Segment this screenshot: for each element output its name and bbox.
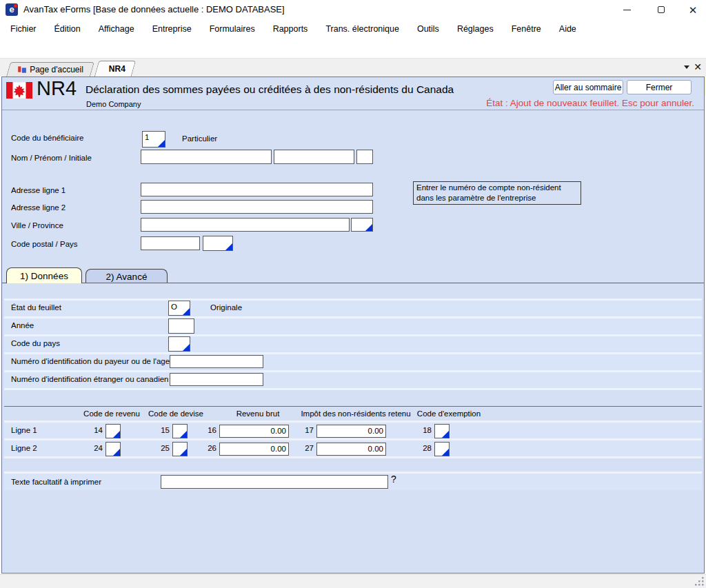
box24-field[interactable] bbox=[105, 442, 121, 456]
country-field[interactable] bbox=[203, 236, 233, 251]
tab-home-page[interactable]: Page d'accueil bbox=[6, 62, 94, 77]
toolbar: Entreprise active : Demo Company bbox=[0, 38, 706, 59]
box15-field[interactable] bbox=[172, 424, 188, 438]
tab-nr4[interactable]: NR4 bbox=[94, 61, 137, 77]
country-code-field[interactable] bbox=[168, 336, 190, 352]
box26-field[interactable]: 0.00 bbox=[219, 443, 289, 456]
form-status-message: État : Ajout de nouveaux feuillet. Esc p… bbox=[486, 98, 694, 108]
province-field[interactable] bbox=[351, 218, 373, 232]
menu-aide[interactable]: Aide bbox=[550, 21, 585, 37]
box18-field[interactable] bbox=[434, 424, 450, 438]
row-band bbox=[4, 316, 702, 334]
subtab-divider bbox=[2, 283, 704, 283]
close-icon: ✕ bbox=[689, 5, 698, 15]
tab-list-dropdown[interactable] bbox=[681, 61, 692, 72]
help-question-mark[interactable]: ? bbox=[391, 474, 396, 485]
recipient-code-field[interactable]: 1 bbox=[142, 131, 165, 148]
grid-header-tax-withheld: Impôt des non-résidents retenu bbox=[301, 409, 410, 418]
box25-field[interactable] bbox=[172, 442, 188, 456]
tab-close-button[interactable]: ✕ bbox=[692, 61, 703, 72]
subtab-avance[interactable]: 2) Avancé bbox=[85, 269, 168, 283]
country-code-label: Code du pays bbox=[11, 339, 60, 347]
box26-number: 26 bbox=[203, 444, 216, 452]
minimize-button[interactable] bbox=[613, 0, 641, 19]
row-gap bbox=[4, 456, 702, 458]
resize-grip[interactable] bbox=[695, 577, 705, 587]
form-icon bbox=[17, 65, 26, 74]
account-note-line1: Entrer le numéro de compte non-résident bbox=[416, 183, 578, 193]
box24-number: 24 bbox=[89, 444, 103, 452]
year-label: Année bbox=[11, 321, 34, 330]
box17-field[interactable]: 0.00 bbox=[316, 425, 386, 438]
maximize-icon bbox=[658, 6, 665, 13]
optional-text-field[interactable] bbox=[161, 475, 388, 489]
year-field[interactable] bbox=[168, 318, 194, 334]
address1-field[interactable] bbox=[141, 183, 373, 196]
grid-header-gross-income: Revenu brut bbox=[236, 409, 280, 418]
payer-id-field[interactable] bbox=[170, 355, 263, 368]
menu-outils[interactable]: Outils bbox=[408, 21, 448, 37]
box27-number: 27 bbox=[300, 444, 314, 452]
slip-status-field[interactable]: O bbox=[168, 301, 190, 316]
grid-header-exemption-code: Code d'exemption bbox=[417, 409, 481, 418]
box16-field[interactable]: 0.00 bbox=[219, 425, 289, 438]
surname-field[interactable] bbox=[141, 150, 272, 164]
maximize-button[interactable] bbox=[647, 0, 675, 19]
postal-code-field[interactable] bbox=[141, 236, 200, 250]
recipient-code-label: Code du bénéficiaire bbox=[11, 134, 84, 142]
close-button[interactable]: ✕ bbox=[679, 0, 706, 19]
menu-trans-electronique[interactable]: Trans. électronique bbox=[316, 21, 408, 37]
row-band bbox=[4, 334, 702, 352]
menu-rapports[interactable]: Rapports bbox=[264, 21, 317, 37]
address1-label: Adresse ligne 1 bbox=[11, 186, 65, 194]
close-form-button[interactable]: Fermer bbox=[627, 80, 692, 94]
address2-field[interactable] bbox=[141, 200, 373, 214]
row-gap bbox=[4, 388, 702, 390]
header-divider bbox=[2, 110, 704, 110]
line1-label: Ligne 1 bbox=[11, 426, 37, 434]
chevron-down-icon bbox=[684, 65, 689, 69]
slip-status-description: Originale bbox=[210, 303, 242, 312]
recipient-type-label: Particulier bbox=[182, 134, 217, 143]
row-band bbox=[4, 298, 702, 316]
box27-field[interactable]: 0.00 bbox=[316, 443, 386, 456]
go-to-summary-button[interactable]: Aller au sommaire bbox=[553, 80, 623, 94]
initial-field[interactable] bbox=[356, 150, 373, 164]
payer-id-label: Numéro d'identification du payeur ou de … bbox=[11, 357, 176, 365]
menu-formulaires[interactable]: Formulaires bbox=[201, 21, 264, 37]
menu-entreprise[interactable]: Entreprise bbox=[143, 21, 201, 37]
menu-affichage[interactable]: Affichage bbox=[90, 21, 143, 37]
box14-number: 14 bbox=[89, 426, 103, 434]
foreign-id-field[interactable] bbox=[170, 373, 263, 386]
account-note-line2: dans les paramètre de l'entreprise bbox=[416, 193, 578, 203]
grid-header-income-code: Code de revenu bbox=[83, 409, 140, 418]
menu-bar: Fichier Édition Affichage Entreprise For… bbox=[0, 19, 706, 38]
title-bar: e AvanTax eForms [Base de données actuel… bbox=[0, 0, 706, 19]
form-code: NR4 bbox=[37, 77, 77, 100]
postal-country-label: Code postal / Pays bbox=[11, 240, 78, 248]
status-bar bbox=[0, 574, 706, 588]
slip-status-label: État du feuillet bbox=[11, 303, 61, 312]
menu-reglages[interactable]: Réglages bbox=[448, 21, 503, 37]
form-title: Déclaration des sommes payées ou crédité… bbox=[85, 83, 454, 96]
menu-fichier[interactable]: Fichier bbox=[1, 21, 46, 37]
name-label: Nom / Prénom / Initiale bbox=[11, 154, 92, 162]
city-province-label: Ville / Province bbox=[11, 221, 63, 230]
box14-field[interactable] bbox=[105, 424, 121, 438]
document-tab-strip: Page d'accueil NR4 ✕ bbox=[0, 59, 706, 77]
box28-field[interactable] bbox=[434, 442, 450, 456]
close-icon: ✕ bbox=[694, 62, 702, 72]
menu-edition[interactable]: Édition bbox=[46, 21, 90, 37]
foreign-id-label: Numéro d'identification étranger ou cana… bbox=[11, 375, 177, 383]
box17-number: 17 bbox=[300, 426, 314, 434]
subtab-donnees[interactable]: 1) Données bbox=[6, 267, 82, 283]
app-icon: e bbox=[6, 3, 18, 16]
firstname-field[interactable] bbox=[274, 150, 354, 164]
grid-top-border bbox=[4, 406, 702, 407]
city-field[interactable] bbox=[141, 218, 350, 232]
menu-fenetre[interactable]: Fenêtre bbox=[503, 21, 550, 37]
box25-number: 25 bbox=[156, 444, 170, 452]
account-note: Entrer le numéro de compte non-résident … bbox=[413, 181, 581, 205]
box15-number: 15 bbox=[156, 426, 170, 434]
nr4-form: NR4 Déclaration des sommes payées ou cré… bbox=[1, 77, 705, 574]
